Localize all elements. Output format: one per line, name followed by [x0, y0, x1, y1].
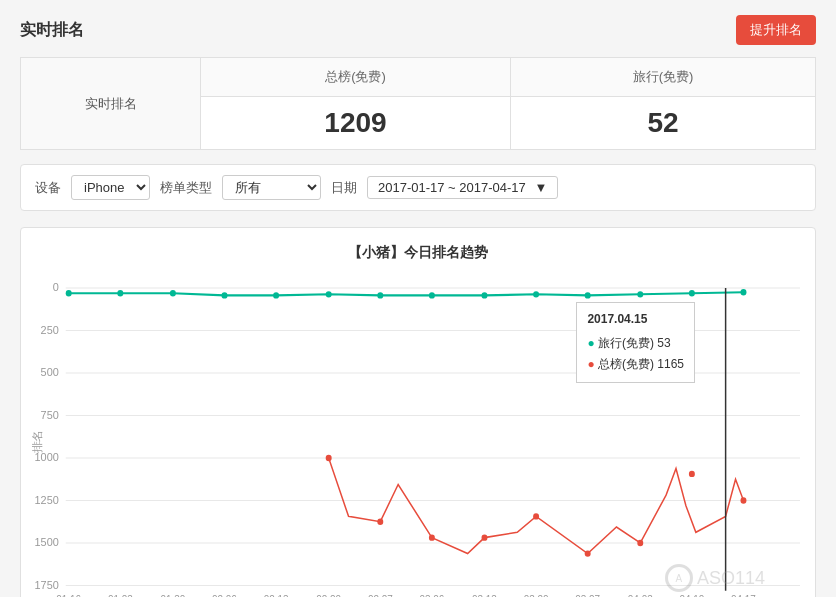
svg-text:排名: 排名 [31, 431, 43, 454]
svg-point-34 [170, 290, 176, 296]
svg-point-52 [637, 540, 643, 546]
main-container: 实时排名 提升排名 实时排名 总榜(免费) 旅行(免费) 1209 52 设备 … [0, 0, 836, 597]
svg-point-47 [377, 519, 383, 525]
svg-point-53 [689, 471, 695, 477]
filter-row: 设备 iPhone iPad 榜单类型 所有 旅行(免费) 总榜(免费) 日期 … [20, 164, 816, 211]
chart-title: 【小猪】今日排名趋势 [31, 244, 805, 262]
svg-text:1250: 1250 [35, 493, 59, 505]
svg-point-36 [273, 292, 279, 298]
svg-point-49 [482, 534, 488, 540]
tooltip-line2: ● 总榜(免费) 1165 [587, 354, 684, 376]
page-title: 实时排名 [20, 20, 84, 41]
svg-point-46 [326, 455, 332, 461]
svg-point-43 [637, 291, 643, 297]
svg-point-33 [117, 290, 123, 296]
rank-table-col1-header: 总榜(免费) [201, 58, 511, 97]
svg-text:1750: 1750 [35, 578, 59, 590]
svg-point-40 [482, 292, 488, 298]
chevron-down-icon: ▼ [534, 180, 547, 195]
rank-table-col2-header: 旅行(免费) [510, 58, 815, 97]
chart-tooltip: 2017.04.15 ● 旅行(免费) 53 ● 总榜(免费) 1165 [576, 302, 695, 383]
svg-text:750: 750 [41, 408, 59, 420]
rank-table-col2-value: 52 [510, 97, 815, 150]
tooltip-line1: ● 旅行(免费) 53 [587, 333, 684, 355]
chart-area: 0 250 500 750 1000 1250 1500 1750 排名 [31, 272, 805, 597]
header-row: 实时排名 提升排名 [20, 15, 816, 45]
rank-table-col1-value: 1209 [201, 97, 511, 150]
rank-table: 实时排名 总榜(免费) 旅行(免费) 1209 52 [20, 57, 816, 150]
svg-point-41 [533, 291, 539, 297]
svg-point-38 [377, 292, 383, 298]
svg-point-51 [585, 550, 591, 556]
device-label: 设备 [35, 179, 61, 197]
device-select[interactable]: iPhone iPad [71, 175, 150, 200]
svg-point-32 [66, 290, 72, 296]
watermark-circle: A [665, 564, 693, 592]
date-picker[interactable]: 2017-01-17 ~ 2017-04-17 ▼ [367, 176, 558, 199]
svg-text:250: 250 [41, 323, 59, 335]
chart-container: 【小猪】今日排名趋势 0 250 500 750 1000 1250 1500 … [20, 227, 816, 597]
svg-point-37 [326, 291, 332, 297]
tooltip-date: 2017.04.15 [587, 309, 684, 331]
promote-button[interactable]: 提升排名 [736, 15, 816, 45]
chart-type-label: 榜单类型 [160, 179, 212, 197]
svg-text:1500: 1500 [35, 536, 59, 548]
svg-text:500: 500 [41, 366, 59, 378]
svg-point-39 [429, 292, 435, 298]
svg-point-42 [585, 292, 591, 298]
svg-point-50 [533, 513, 539, 519]
svg-point-44 [689, 290, 695, 296]
date-label: 日期 [331, 179, 357, 197]
svg-point-54 [741, 497, 747, 503]
chart-type-select[interactable]: 所有 旅行(免费) 总榜(免费) [222, 175, 321, 200]
svg-point-35 [222, 292, 228, 298]
svg-text:0: 0 [53, 281, 59, 293]
svg-point-45 [741, 289, 747, 295]
rank-table-label: 实时排名 [21, 58, 201, 150]
svg-point-48 [429, 534, 435, 540]
watermark: A ASO114 [665, 564, 765, 592]
